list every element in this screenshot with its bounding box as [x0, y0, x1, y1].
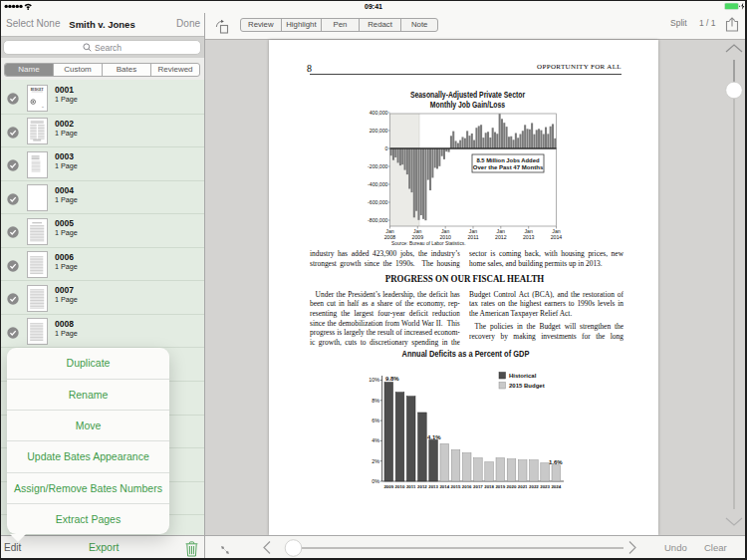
- svg-text:-600,000: -600,000: [368, 199, 388, 205]
- svg-text:6%: 6%: [372, 418, 379, 423]
- svg-text:-400,000: -400,000: [368, 181, 388, 187]
- svg-text:2010: 2010: [395, 484, 405, 489]
- svg-text:8.5 Million Jobs Added: 8.5 Million Jobs Added: [477, 157, 540, 163]
- svg-text:2013: 2013: [523, 234, 535, 240]
- svg-text:Over the Past 47 Months: Over the Past 47 Months: [473, 164, 544, 170]
- svg-text:w: w: [42, 105, 44, 108]
- svg-text:2013: 2013: [428, 484, 438, 489]
- svg-text:2021: 2021: [518, 484, 528, 489]
- svg-text:4%: 4%: [372, 437, 379, 443]
- svg-text:2009: 2009: [383, 484, 393, 489]
- svg-text:8%: 8%: [372, 398, 379, 404]
- svg-text:2020: 2020: [507, 484, 517, 489]
- svg-text:2012: 2012: [417, 484, 427, 489]
- svg-text:2%: 2%: [372, 458, 379, 464]
- svg-text:2024: 2024: [551, 484, 561, 489]
- svg-text:0: 0: [385, 145, 388, 151]
- svg-text:2014: 2014: [551, 234, 563, 240]
- svg-text:2011: 2011: [406, 484, 416, 489]
- svg-text:400,000: 400,000: [370, 110, 388, 116]
- svg-text:2019: 2019: [495, 484, 505, 489]
- svg-text:Historical: Historical: [509, 373, 537, 379]
- svg-text:2017: 2017: [473, 484, 483, 489]
- svg-text:-200,000: -200,000: [368, 163, 388, 169]
- svg-text:2012: 2012: [495, 234, 507, 240]
- svg-text:2015: 2015: [451, 484, 461, 489]
- svg-text:2016: 2016: [462, 484, 472, 489]
- svg-text:200,000: 200,000: [370, 128, 388, 134]
- svg-text:1.6%: 1.6%: [549, 459, 563, 465]
- svg-text:2023: 2023: [540, 484, 550, 489]
- svg-text:10%: 10%: [369, 377, 379, 383]
- svg-text:0%: 0%: [372, 478, 379, 484]
- svg-text:BUDGET: BUDGET: [31, 87, 44, 91]
- svg-text:2018: 2018: [484, 484, 494, 489]
- svg-text:2011: 2011: [467, 234, 478, 240]
- svg-text:2015 Budget: 2015 Budget: [509, 383, 545, 389]
- svg-text:2022: 2022: [529, 484, 539, 489]
- svg-text:2014: 2014: [439, 484, 449, 489]
- svg-text:-800,000: -800,000: [368, 217, 388, 223]
- svg-text:4.1%: 4.1%: [427, 434, 441, 440]
- svg-text:9.8%: 9.8%: [385, 376, 399, 382]
